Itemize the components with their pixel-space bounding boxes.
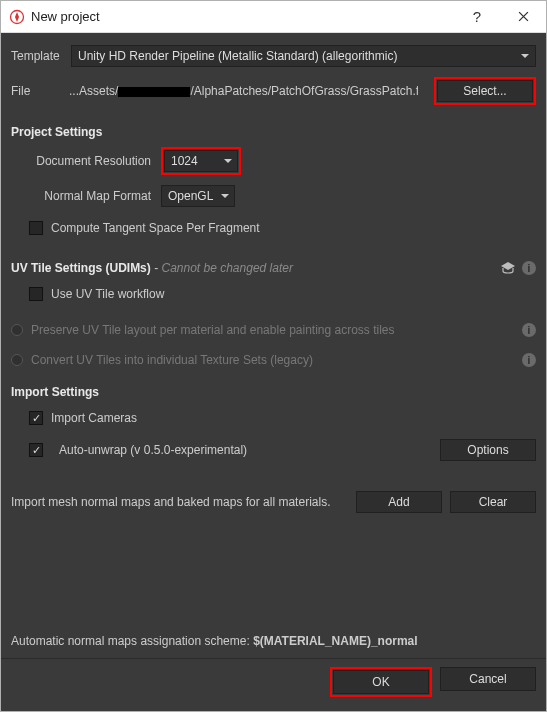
scheme-text: Automatic normal maps assignation scheme…	[11, 634, 536, 648]
use-uv-workflow-row: Use UV Tile workflow	[29, 283, 536, 305]
import-settings-heading: Import Settings	[11, 385, 536, 399]
uv-preserve-label: Preserve UV Tile layout per material and…	[31, 323, 395, 337]
file-row: File ...Assets//AlphaPatches/PatchOfGras…	[11, 77, 536, 105]
new-project-dialog: New project ? Template Unity HD Render P…	[0, 0, 547, 712]
file-select-button[interactable]: Select...	[437, 80, 533, 102]
app-icon	[9, 9, 25, 25]
template-select[interactable]: Unity HD Render Pipeline (Metallic Stand…	[71, 45, 536, 67]
import-normal-maps-text: Import mesh normal maps and baked maps f…	[11, 495, 330, 509]
window-title: New project	[31, 9, 454, 24]
uv-settings-heading: UV Tile Settings (UDIMs)	[11, 261, 151, 275]
graduation-cap-icon[interactable]	[500, 261, 516, 275]
use-uv-workflow-checkbox[interactable]	[29, 287, 43, 301]
auto-unwrap-label: Auto-unwrap (v 0.5.0-experimental)	[59, 443, 247, 457]
clear-button[interactable]: Clear	[450, 491, 536, 513]
file-path: ...Assets//AlphaPatches/PatchOfGrass/Gra…	[69, 84, 418, 98]
normal-fmt-row: Normal Map Format OpenGL	[29, 185, 536, 207]
footer: Automatic normal maps assignation scheme…	[11, 634, 536, 701]
file-label: File	[11, 84, 61, 98]
project-settings-heading: Project Settings	[11, 125, 536, 139]
template-value: Unity HD Render Pipeline (Metallic Stand…	[78, 49, 397, 63]
doc-res-label: Document Resolution	[29, 154, 161, 168]
ok-button[interactable]: OK	[333, 670, 429, 694]
dialog-body: Template Unity HD Render Pipeline (Metal…	[1, 33, 546, 711]
use-uv-workflow-label: Use UV Tile workflow	[51, 287, 164, 301]
uv-note: Cannot be changed later	[161, 261, 292, 275]
uv-convert-radio[interactable]	[11, 354, 23, 366]
compute-tangent-row: Compute Tangent Space Per Fragment	[29, 217, 536, 239]
compute-tangent-label: Compute Tangent Space Per Fragment	[51, 221, 260, 235]
doc-res-row: Document Resolution 1024	[29, 147, 536, 175]
add-button[interactable]: Add	[356, 491, 442, 513]
titlebar: New project ?	[1, 1, 546, 33]
auto-unwrap-checkbox[interactable]	[29, 443, 43, 457]
import-cameras-checkbox[interactable]	[29, 411, 43, 425]
redacted-segment	[118, 87, 190, 97]
auto-unwrap-row: Auto-unwrap (v 0.5.0-experimental) Optio…	[29, 439, 536, 461]
doc-res-dropdown[interactable]: 1024	[164, 150, 238, 172]
template-label: Template	[11, 49, 63, 63]
uv-preserve-radio[interactable]	[11, 324, 23, 336]
options-button[interactable]: Options	[440, 439, 536, 461]
uv-preserve-row: Preserve UV Tile layout per material and…	[11, 323, 536, 337]
uv-convert-row: Convert UV Tiles into individual Texture…	[11, 353, 536, 367]
normal-fmt-label: Normal Map Format	[29, 189, 161, 203]
highlight-ok: OK	[330, 667, 432, 697]
info-icon[interactable]: i	[522, 323, 536, 337]
info-icon[interactable]: i	[522, 353, 536, 367]
uv-convert-label: Convert UV Tiles into individual Texture…	[31, 353, 313, 367]
compute-tangent-checkbox[interactable]	[29, 221, 43, 235]
normal-fmt-dropdown[interactable]: OpenGL	[161, 185, 235, 207]
highlight-select: Select...	[434, 77, 536, 105]
import-normal-maps-row: Import mesh normal maps and baked maps f…	[11, 491, 536, 513]
close-button[interactable]	[500, 1, 546, 33]
import-cameras-label: Import Cameras	[51, 411, 137, 425]
help-button[interactable]: ?	[454, 1, 500, 33]
template-row: Template Unity HD Render Pipeline (Metal…	[11, 45, 536, 67]
uv-settings-heading-row: UV Tile Settings (UDIMs) - Cannot be cha…	[11, 261, 536, 275]
info-icon[interactable]: i	[522, 261, 536, 275]
cancel-button[interactable]: Cancel	[440, 667, 536, 691]
highlight-doc-res: 1024	[161, 147, 241, 175]
import-cameras-row: Import Cameras	[29, 407, 536, 429]
